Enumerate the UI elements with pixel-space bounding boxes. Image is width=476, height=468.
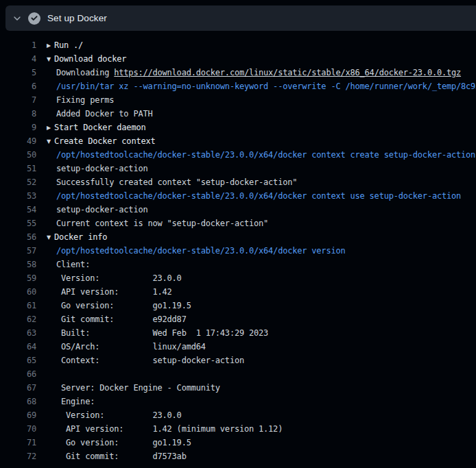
log-line-row: 69 Version: 23.0.0 (0, 408, 476, 422)
log-line-content: Added Docker to PATH (47, 107, 153, 121)
log-line-row: 63 Built: Wed Feb 1 17:43:29 2023 (0, 326, 476, 340)
log-group-row[interactable]: 49▼Create Docker context (0, 134, 476, 148)
line-number[interactable]: 65 (0, 354, 36, 367)
log-line-content: ▼Docker info (47, 230, 107, 244)
line-number[interactable]: 72 (0, 449, 36, 463)
line-number[interactable]: 63 (0, 326, 36, 340)
log-line-content: Engine: (47, 395, 95, 408)
log-line-row: 5Downloading https://download.docker.com… (0, 66, 476, 79)
log-link[interactable]: https://download.docker.com/linux/static… (114, 68, 461, 77)
log-text: Version: 23.0.0 (56, 273, 182, 283)
log-line-row: 52Successfully created context "setup-do… (0, 175, 476, 189)
log-text: Go version: go1.19.5 (56, 301, 191, 310)
log-line-content: setup-docker-action (47, 203, 147, 217)
line-number[interactable]: 71 (0, 436, 36, 449)
line-number[interactable]: 66 (0, 367, 36, 381)
line-number[interactable]: 51 (0, 162, 36, 175)
line-number[interactable]: 5 (0, 66, 36, 79)
log-line-row: 67 Server: Docker Engine - Community (0, 381, 476, 395)
log-line-row: 8Added Docker to PATH (0, 107, 476, 121)
chevron-down-icon: ▼ (47, 53, 54, 66)
log-text: Git commit: e92dd87 (56, 315, 187, 324)
log-line-row: 57/opt/hostedtoolcache/docker-stable/23.… (0, 244, 476, 258)
line-number[interactable]: 57 (0, 244, 36, 258)
log-line-row: 70 API version: 1.42 (minimum version 1.… (0, 422, 476, 436)
log-group-row[interactable]: 1▶Run ./ (0, 38, 476, 52)
line-number[interactable]: 64 (0, 340, 36, 354)
log-line-content: Successfully created context "setup-dock… (47, 175, 297, 189)
log-text: Downloading (56, 68, 114, 77)
check-circle-icon (28, 12, 40, 25)
group-title: Start Docker daemon (54, 123, 145, 132)
log-text: setup-docker-action (56, 164, 147, 173)
log-text: Version: 23.0.0 (56, 410, 182, 420)
log-line-content: /opt/hostedtoolcache/docker-stable/23.0.… (47, 148, 475, 162)
line-number[interactable]: 68 (0, 395, 36, 408)
line-number[interactable]: 49 (0, 134, 36, 148)
chevron-right-icon: ▶ (47, 39, 54, 53)
log-text: Server: Docker Engine - Community (56, 383, 220, 393)
log-text: Engine: (56, 397, 95, 406)
line-number[interactable]: 56 (0, 230, 36, 244)
chevron-down-icon[interactable] (12, 14, 22, 23)
chevron-down-icon: ▼ (47, 231, 54, 245)
log-line-content (47, 367, 56, 381)
log-line-row: 58Client: (0, 258, 476, 271)
log-text: /opt/hostedtoolcache/docker-stable/23.0.… (56, 246, 345, 256)
line-number[interactable]: 53 (0, 189, 36, 203)
log-line-row: 7Fixing perms (0, 93, 476, 107)
line-number[interactable]: 59 (0, 271, 36, 285)
log-line-row: 66 (0, 367, 476, 381)
step-title: Set up Docker (47, 13, 107, 23)
log-text: Fixing perms (56, 95, 114, 105)
line-number[interactable]: 6 (0, 79, 36, 93)
log-line-row: 6/usr/bin/tar xz --warning=no-unknown-ke… (0, 79, 476, 93)
log-line-content: Context: setup-docker-action (47, 354, 244, 367)
line-number[interactable]: 8 (0, 107, 36, 121)
log-line-content: Git commit: e92dd87 (47, 312, 187, 326)
log-line-content: API version: 1.42 (47, 285, 172, 299)
log-text: API version: 1.42 (minimum version 1.12) (56, 424, 283, 434)
log-line-row: 62 Git commit: e92dd87 (0, 312, 476, 326)
log-line-content: Git commit: d7573ab (47, 449, 187, 463)
log-line-content: Version: 23.0.0 (47, 408, 182, 422)
log-line-content: /usr/bin/tar xz --warning=no-unknown-key… (47, 79, 476, 93)
log-line-row: 64 OS/Arch: linux/amd64 (0, 340, 476, 354)
line-number[interactable]: 7 (0, 93, 36, 107)
line-number[interactable]: 70 (0, 422, 36, 436)
log-line-content: Server: Docker Engine - Community (47, 381, 220, 395)
log-group-row[interactable]: 4▼Download docker (0, 52, 476, 66)
chevron-right-icon: ▶ (47, 121, 54, 135)
line-number[interactable]: 4 (0, 52, 36, 66)
log-panel: 1▶Run ./4▼Download docker5Downloading ht… (0, 31, 476, 468)
line-number[interactable]: 67 (0, 381, 36, 395)
line-number[interactable]: 9 (0, 121, 36, 134)
line-number[interactable]: 60 (0, 285, 36, 299)
line-number[interactable]: 52 (0, 175, 36, 189)
log-group-row[interactable]: 56▼Docker info (0, 230, 476, 244)
line-number[interactable]: 62 (0, 312, 36, 326)
line-number[interactable]: 1 (0, 38, 36, 52)
log-line-content: Version: 23.0.0 (47, 271, 182, 285)
log-group-row[interactable]: 9▶Start Docker daemon (0, 121, 476, 134)
log-text: API version: 1.42 (56, 287, 172, 297)
log-text: Built: Wed Feb 1 17:43:29 2023 (56, 328, 268, 338)
line-number[interactable]: 69 (0, 408, 36, 422)
log-text: /usr/bin/tar xz --warning=no-unknown-key… (56, 82, 476, 91)
line-number[interactable]: 54 (0, 203, 36, 217)
log-line-row: 53/opt/hostedtoolcache/docker-stable/23.… (0, 189, 476, 203)
line-number[interactable]: 61 (0, 299, 36, 312)
log-line-content: /opt/hostedtoolcache/docker-stable/23.0.… (47, 189, 461, 203)
step-header[interactable]: Set up Docker (5, 5, 476, 31)
log-line-content: Current context is now "setup-docker-act… (47, 217, 268, 230)
log-line-row: 50/opt/hostedtoolcache/docker-stable/23.… (0, 148, 476, 162)
log-text: Git commit: d7573ab (56, 452, 187, 461)
line-number[interactable]: 58 (0, 258, 36, 271)
log-line-content: Downloading https://download.docker.com/… (47, 66, 461, 79)
group-title: Create Docker context (54, 136, 156, 146)
log-line-row: 71 Go version: go1.19.5 (0, 436, 476, 449)
log-text: Current context is now "setup-docker-act… (56, 219, 268, 228)
log-line-content: Client: (47, 258, 90, 271)
line-number[interactable]: 50 (0, 148, 36, 162)
line-number[interactable]: 55 (0, 217, 36, 230)
